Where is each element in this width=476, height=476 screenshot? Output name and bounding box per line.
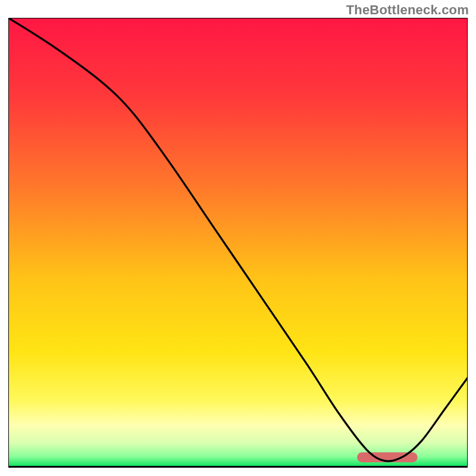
plot-frame bbox=[8, 18, 468, 468]
gradient-background bbox=[8, 18, 468, 468]
chart-stage: TheBottleneck.com bbox=[0, 0, 476, 476]
watermark-label: TheBottleneck.com bbox=[346, 2, 469, 18]
bottleneck-chart bbox=[8, 18, 468, 468]
